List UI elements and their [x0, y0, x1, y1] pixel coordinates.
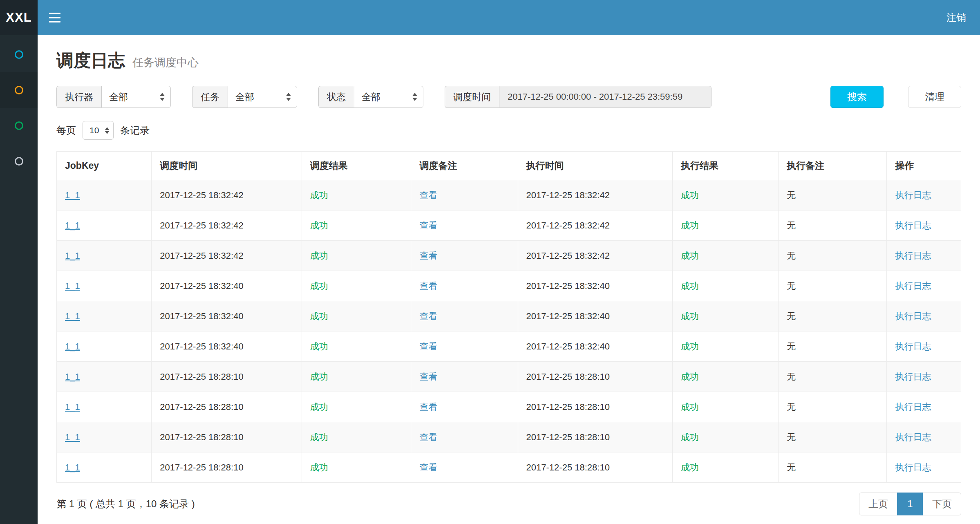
- circle-o-icon: [15, 121, 23, 130]
- jobkey-link[interactable]: 1_1: [65, 311, 80, 321]
- handle-time-cell: 2017-12-25 18:32:42: [518, 241, 672, 271]
- handle-time-cell: 2017-12-25 18:28:10: [518, 452, 672, 483]
- jobkey-link[interactable]: 1_1: [65, 190, 80, 200]
- sidebar-item-2[interactable]: [0, 72, 38, 108]
- trigger-msg-link[interactable]: 查看: [419, 432, 437, 442]
- handle-time-cell: 2017-12-25 18:32:42: [518, 210, 672, 241]
- handle-msg-cell: 无: [778, 392, 887, 422]
- pagination-next-button[interactable]: 下页: [923, 493, 961, 515]
- trigger-result-text: 成功: [310, 281, 328, 291]
- trigger-msg-link[interactable]: 查看: [419, 281, 437, 291]
- trigger-time-cell: 2017-12-25 18:32:40: [152, 271, 302, 301]
- search-button[interactable]: 搜索: [830, 86, 884, 108]
- trigger-result-text: 成功: [310, 462, 328, 472]
- log-table-head-row: JobKey调度时间调度结果调度备注执行时间执行结果执行备注操作: [57, 152, 961, 180]
- page-size-select[interactable]: 10: [83, 121, 114, 140]
- status-filter-select[interactable]: 全部: [354, 86, 423, 108]
- sidebar-item-4[interactable]: [0, 143, 38, 179]
- handle-time-cell: 2017-12-25 18:32:42: [518, 180, 672, 210]
- trigger-msg-link[interactable]: 查看: [419, 190, 437, 200]
- sidebar-item-1[interactable]: [0, 37, 38, 72]
- table-row: 1_1 2017-12-25 18:28:10 成功 查看 2017-12-25…: [57, 362, 961, 392]
- handle-time-cell: 2017-12-25 18:32:40: [518, 331, 672, 362]
- job-filter-group: 任务 全部: [192, 86, 297, 108]
- handle-result-text: 成功: [681, 372, 699, 382]
- table-row: 1_1 2017-12-25 18:32:40 成功 查看 2017-12-25…: [57, 331, 961, 362]
- jobkey-link[interactable]: 1_1: [65, 462, 80, 472]
- page-size-prefix-label: 每页: [56, 124, 76, 137]
- sidebar-toggle-button[interactable]: [38, 0, 72, 35]
- main-content: 调度日志 任务调度中心 执行器 全部 任务 全部: [38, 35, 980, 524]
- handle-msg-cell: 无: [778, 331, 887, 362]
- column-header-0: JobKey: [57, 152, 152, 180]
- trigger-time-range-input[interactable]: [499, 86, 712, 108]
- column-header-4: 执行时间: [518, 152, 672, 180]
- table-row: 1_1 2017-12-25 18:32:42 成功 查看 2017-12-25…: [57, 241, 961, 271]
- job-filter-value: 全部: [235, 91, 254, 103]
- exec-log-link[interactable]: 执行日志: [895, 281, 931, 291]
- trigger-msg-link[interactable]: 查看: [419, 251, 437, 261]
- jobkey-link[interactable]: 1_1: [65, 220, 80, 231]
- column-header-2: 调度结果: [302, 152, 411, 180]
- exec-log-link[interactable]: 执行日志: [895, 372, 931, 382]
- exec-log-link[interactable]: 执行日志: [895, 341, 931, 352]
- jobkey-link[interactable]: 1_1: [65, 341, 80, 352]
- circle-o-icon: [15, 50, 23, 59]
- pagination-prev-button[interactable]: 上页: [859, 493, 897, 515]
- handle-time-cell: 2017-12-25 18:28:10: [518, 362, 672, 392]
- handle-msg-cell: 无: [778, 362, 887, 392]
- jobkey-link[interactable]: 1_1: [65, 251, 80, 261]
- circle-o-icon: [15, 86, 23, 94]
- trigger-msg-link[interactable]: 查看: [419, 372, 437, 382]
- select-arrows-icon: [105, 127, 109, 134]
- table-row: 1_1 2017-12-25 18:32:40 成功 查看 2017-12-25…: [57, 301, 961, 331]
- handle-result-text: 成功: [681, 311, 699, 321]
- jobkey-link[interactable]: 1_1: [65, 432, 80, 442]
- exec-log-link[interactable]: 执行日志: [895, 311, 931, 321]
- exec-log-link[interactable]: 执行日志: [895, 251, 931, 261]
- table-row: 1_1 2017-12-25 18:28:10 成功 查看 2017-12-25…: [57, 452, 961, 483]
- trigger-time-cell: 2017-12-25 18:32:40: [152, 331, 302, 362]
- exec-log-link[interactable]: 执行日志: [895, 462, 931, 472]
- trigger-result-text: 成功: [310, 190, 328, 200]
- job-filter-label: 任务: [192, 86, 228, 108]
- body-row: 调度日志 任务调度中心 执行器 全部 任务 全部: [0, 35, 980, 524]
- log-table: JobKey调度时间调度结果调度备注执行时间执行结果执行备注操作 1_1 201…: [56, 151, 961, 483]
- status-filter-value: 全部: [362, 91, 380, 103]
- job-filter-select[interactable]: 全部: [228, 86, 297, 108]
- top-navbar: XXL 注销: [0, 0, 980, 35]
- hamburger-icon: [49, 13, 60, 22]
- jobkey-link[interactable]: 1_1: [65, 402, 80, 412]
- handle-msg-cell: 无: [778, 422, 887, 452]
- brand-logo[interactable]: XXL: [0, 0, 38, 35]
- handle-msg-cell: 无: [778, 180, 887, 210]
- exec-log-link[interactable]: 执行日志: [895, 220, 931, 231]
- exec-log-link[interactable]: 执行日志: [895, 190, 931, 200]
- sidebar-item-3[interactable]: [0, 108, 38, 143]
- trigger-msg-link[interactable]: 查看: [419, 462, 437, 472]
- trigger-result-text: 成功: [310, 220, 328, 231]
- handle-result-text: 成功: [681, 190, 699, 200]
- trigger-time-cell: 2017-12-25 18:28:10: [152, 452, 302, 483]
- trigger-msg-link[interactable]: 查看: [419, 402, 437, 412]
- pagination-current-page[interactable]: 1: [897, 493, 923, 515]
- handle-msg-cell: 无: [778, 452, 887, 483]
- logout-link[interactable]: 注销: [946, 11, 980, 24]
- trigger-msg-link[interactable]: 查看: [419, 220, 437, 231]
- trigger-time-cell: 2017-12-25 18:32:42: [152, 180, 302, 210]
- jobkey-link[interactable]: 1_1: [65, 372, 80, 382]
- handle-time-cell: 2017-12-25 18:32:40: [518, 301, 672, 331]
- handle-msg-cell: 无: [778, 241, 887, 271]
- executor-filter-select[interactable]: 全部: [101, 86, 171, 108]
- handle-msg-cell: 无: [778, 210, 887, 241]
- pagination-summary: 第 1 页 ( 总共 1 页，10 条记录 ): [56, 497, 195, 511]
- trigger-time-cell: 2017-12-25 18:28:10: [152, 362, 302, 392]
- clear-button[interactable]: 清理: [908, 86, 961, 108]
- exec-log-link[interactable]: 执行日志: [895, 432, 931, 442]
- trigger-msg-link[interactable]: 查看: [419, 311, 437, 321]
- exec-log-link[interactable]: 执行日志: [895, 402, 931, 412]
- jobkey-link[interactable]: 1_1: [65, 281, 80, 291]
- table-row: 1_1 2017-12-25 18:28:10 成功 查看 2017-12-25…: [57, 392, 961, 422]
- handle-result-text: 成功: [681, 462, 699, 472]
- trigger-msg-link[interactable]: 查看: [419, 341, 437, 352]
